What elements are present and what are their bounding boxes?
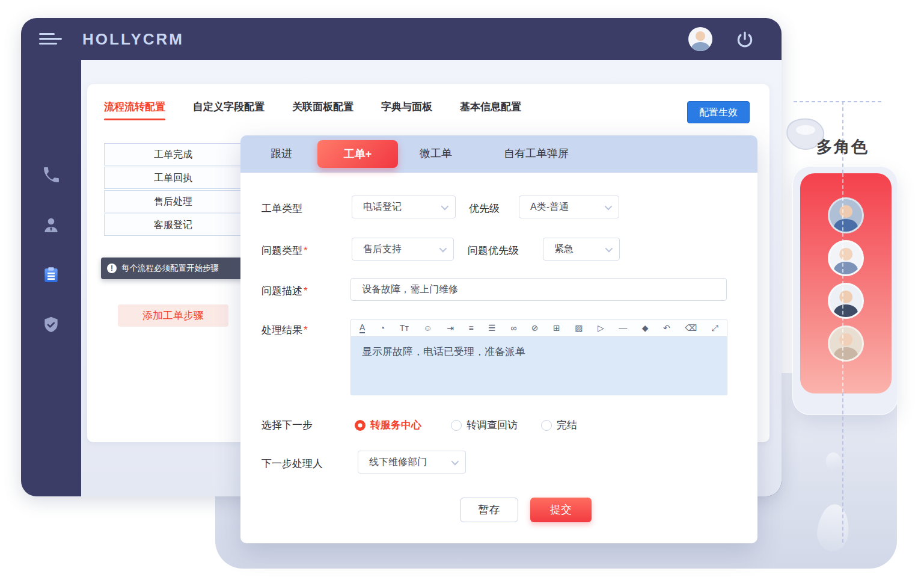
dashed-guide-line — [842, 392, 843, 543]
role-avatar — [828, 197, 864, 233]
role-avatar — [828, 240, 864, 276]
role-avatar — [828, 325, 864, 362]
tab-follow-up[interactable]: 跟进 — [271, 146, 292, 161]
remove-link-icon[interactable]: ⊘ — [531, 324, 539, 332]
next-step-label: 选择下一步 — [262, 418, 313, 432]
undo-icon[interactable]: ↶ — [663, 324, 670, 332]
flow-step-list: 工单完成 工单回执 售后处理 客服登记 — [104, 143, 242, 237]
problem-type-value: 售后支持 — [363, 243, 439, 256]
warning-text: 每个流程必须配置开始步骤 — [121, 263, 219, 274]
order-type-select[interactable]: 电话登记 — [352, 196, 456, 218]
video-icon[interactable]: ▷ — [598, 324, 604, 332]
chevron-down-icon — [451, 457, 459, 465]
radio-unchecked-icon — [541, 420, 552, 431]
flow-step-row[interactable]: 客服登记 — [104, 214, 242, 236]
role-avatar — [828, 283, 864, 319]
chevron-down-icon — [605, 202, 613, 210]
required-mark: * — [304, 324, 308, 336]
dashed-guide-line — [794, 101, 881, 102]
submit-button[interactable]: 提交 — [530, 498, 592, 522]
flow-step-row[interactable]: 工单回执 — [104, 167, 242, 189]
screen: HOLLYCRM — [0, 0, 924, 580]
align-icon[interactable]: ≡ — [468, 324, 473, 332]
tab-linked-panel[interactable]: 关联面板配置 — [292, 100, 353, 114]
power-icon[interactable] — [735, 30, 754, 49]
sidebar-item-contacts[interactable] — [41, 215, 62, 236]
next-step-option-survey[interactable]: 转调查回访 — [451, 418, 518, 432]
problem-desc-input[interactable]: 设备故障，需上门维修 — [350, 278, 727, 301]
sidebar-item-workorders[interactable] — [41, 265, 62, 286]
config-warning-tooltip: ! 每个流程必须配置开始步骤 — [101, 258, 244, 279]
work-order-modal: 跟进 工单+ 微工单 自有工单弹屏 工单类型 电话登记 优先级 A类-普通 问题… — [240, 135, 757, 543]
problem-type-label: 问题类型* — [262, 244, 308, 258]
table-icon[interactable]: ⊞ — [553, 324, 560, 332]
tab-micro-order[interactable]: 微工单 — [420, 146, 452, 161]
tab-flow-config[interactable]: 流程流转配置 — [104, 100, 165, 114]
sidebar-item-calls[interactable] — [41, 165, 62, 186]
order-type-value: 电话登记 — [363, 201, 441, 214]
radio-checked-icon — [355, 420, 366, 431]
tab-own-order-popup[interactable]: 自有工单弹屏 — [504, 146, 569, 161]
clipboard-icon — [41, 276, 61, 286]
user-icon — [41, 226, 61, 236]
active-tab-underline — [104, 119, 165, 120]
tab-work-order-active[interactable]: 工单+ — [317, 140, 398, 168]
multi-role-label: 多角色 — [816, 136, 869, 158]
problem-desc-label: 问题描述* — [262, 284, 308, 298]
rich-text-editor: A ◔ Tт ☺ ⇥ ≡ ☰ ∞ ⊘ ⊞ ▨ ▷ — ◆ ↶ ⌫ ⤢ 显示屏故障… — [350, 319, 727, 395]
save-draft-button[interactable]: 暂存 — [460, 498, 518, 522]
chevron-down-icon — [441, 202, 449, 210]
phone-icon — [41, 176, 61, 187]
shield-icon — [41, 326, 61, 336]
sidebar-item-security[interactable] — [41, 315, 62, 336]
fullscreen-icon[interactable]: ⤢ — [712, 324, 718, 332]
flow-step-row[interactable]: 售后处理 — [104, 190, 242, 212]
app-title: HOLLYCRM — [82, 30, 184, 49]
tab-custom-fields[interactable]: 自定义字段配置 — [193, 100, 265, 114]
order-type-label: 工单类型 — [262, 202, 302, 215]
problem-type-select[interactable]: 售后支持 — [352, 238, 454, 261]
color-palette-icon[interactable]: ◔ — [380, 324, 385, 332]
priority-select[interactable]: A类-普通 — [519, 196, 619, 218]
app-header: HOLLYCRM — [21, 18, 782, 60]
add-step-button[interactable]: 添加工单步骤 — [118, 304, 228, 327]
chevron-down-icon — [605, 244, 613, 252]
list-icon[interactable]: ☰ — [488, 324, 496, 332]
next-step-option-finish[interactable]: 完结 — [541, 418, 577, 432]
tab-dictionary[interactable]: 字典与面板 — [381, 100, 432, 114]
required-mark: * — [304, 285, 308, 297]
priority-value: A类-普通 — [530, 201, 605, 214]
next-step-option-service-center[interactable]: 转服务中心 — [355, 418, 421, 432]
role-card — [800, 173, 892, 393]
editor-toolbar: A ◔ Tт ☺ ⇥ ≡ ☰ ∞ ⊘ ⊞ ▨ ▷ — ◆ ↶ ⌫ ⤢ — [350, 319, 727, 337]
indent-icon[interactable]: ⇥ — [447, 324, 454, 332]
problem-priority-label: 问题优先级 — [468, 244, 519, 258]
next-handler-value: 线下维修部门 — [369, 456, 451, 469]
warning-icon: ! — [107, 264, 117, 273]
eraser-icon[interactable]: ◆ — [642, 324, 649, 332]
problem-priority-select[interactable]: 紧急 — [543, 238, 620, 261]
chevron-down-icon — [439, 244, 447, 252]
tab-basic-info[interactable]: 基本信息配置 — [460, 100, 521, 114]
divider-icon[interactable]: — — [619, 324, 627, 332]
emoji-icon[interactable]: ☺ — [423, 324, 432, 332]
flow-step-row[interactable]: 工单完成 — [104, 143, 242, 165]
next-handler-label: 下一步处理人 — [262, 457, 323, 470]
result-textarea[interactable]: 显示屏故障，电话已受理，准备派单 — [350, 337, 727, 395]
problem-priority-value: 紧急 — [554, 243, 605, 256]
role-panel — [792, 166, 898, 415]
side-nav — [21, 60, 81, 496]
insert-link-icon[interactable]: ∞ — [510, 324, 516, 332]
modal-tab-bar: 跟进 工单+ 微工单 自有工单弹屏 — [240, 135, 757, 173]
trash-icon[interactable]: ⌫ — [685, 324, 697, 332]
result-label: 处理结果* — [262, 323, 308, 337]
apply-config-button[interactable]: 配置生效 — [687, 101, 750, 123]
next-handler-select[interactable]: 线下维修部门 — [358, 451, 466, 474]
priority-label: 优先级 — [469, 202, 500, 215]
user-avatar[interactable] — [688, 27, 712, 51]
image-icon[interactable]: ▨ — [575, 324, 583, 332]
text-size-icon[interactable]: Tт — [400, 324, 409, 332]
radio-unchecked-icon — [451, 420, 462, 431]
font-style-icon[interactable]: A — [360, 323, 365, 333]
menu-icon[interactable] — [39, 33, 63, 46]
